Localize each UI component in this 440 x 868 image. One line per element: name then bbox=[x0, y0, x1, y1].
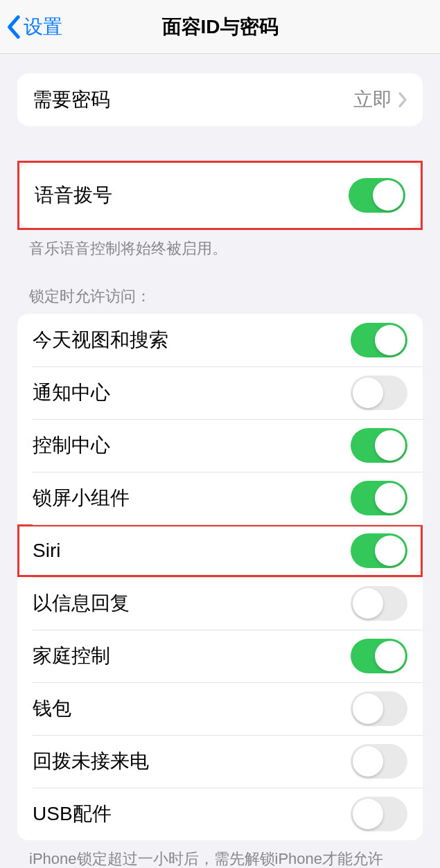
lock-access-row--: 家庭控制 bbox=[17, 630, 423, 682]
lock-access-toggle--[interactable] bbox=[351, 639, 407, 673]
lock-access-row--: 钱包 bbox=[17, 682, 423, 735]
lock-access-toggle--[interactable] bbox=[351, 481, 407, 515]
voice-dial-highlight: 语音拨号 bbox=[17, 161, 423, 230]
lock-access-toggle--[interactable] bbox=[351, 586, 407, 621]
lock-access-toggle--[interactable] bbox=[351, 744, 407, 779]
lock-access-row--: 回拨未接来电 bbox=[17, 735, 423, 788]
lock-access-toggle--[interactable] bbox=[351, 428, 407, 463]
toggle-knob bbox=[375, 535, 405, 566]
lock-access-label: 以信息回复 bbox=[33, 590, 130, 617]
toggle-knob bbox=[353, 693, 383, 724]
voice-dial-label: 语音拨号 bbox=[35, 182, 112, 209]
toggle-knob bbox=[353, 378, 383, 408]
toggle-knob bbox=[375, 641, 405, 671]
content: 需要密码 立即 语音拨号 音乐语音控制将始终被启用。 锁定时允许访问： 今天视图… bbox=[0, 73, 440, 868]
chevron-right-icon bbox=[398, 91, 407, 108]
lock-access-label: 通知中心 bbox=[33, 380, 110, 406]
toggle-knob bbox=[353, 588, 383, 619]
require-passcode-row[interactable]: 需要密码 立即 bbox=[17, 73, 423, 126]
page-title: 面容ID与密码 bbox=[0, 14, 440, 40]
lock-access-label: 钱包 bbox=[33, 696, 71, 722]
lock-access-label: 今天视图和搜索 bbox=[33, 327, 168, 353]
require-passcode-label: 需要密码 bbox=[33, 87, 110, 113]
toggle-knob bbox=[353, 746, 383, 777]
lock-access-toggle-siri[interactable] bbox=[351, 533, 407, 568]
lock-access-row--: 以信息回复 bbox=[17, 577, 423, 630]
back-label: 设置 bbox=[24, 14, 62, 40]
chevron-left-icon bbox=[6, 15, 21, 39]
lock-access-row--: 通知中心 bbox=[17, 366, 423, 419]
lock-access-label: 回拨未接来电 bbox=[33, 748, 149, 774]
lock-access-header: 锁定时允许访问： bbox=[0, 286, 440, 314]
lock-access-label: 锁屏小组件 bbox=[33, 485, 130, 511]
toggle-knob bbox=[353, 799, 383, 829]
lock-access-row-usb-: USB配件 bbox=[17, 788, 423, 840]
voice-dial-footer: 音乐语音控制将始终被启用。 bbox=[0, 230, 440, 260]
voice-dial-row: 语音拨号 bbox=[19, 163, 421, 228]
lock-access-row--: 今天视图和搜索 bbox=[17, 314, 423, 366]
lock-access-label: Siri bbox=[33, 540, 60, 562]
lock-access-toggle--[interactable] bbox=[351, 323, 407, 357]
toggle-knob bbox=[373, 180, 403, 211]
lock-access-row--: 控制中心 bbox=[17, 419, 423, 472]
nav-bar: 设置 面容ID与密码 bbox=[0, 0, 440, 54]
lock-access-label: USB配件 bbox=[33, 801, 112, 827]
lock-access-row--: 锁屏小组件 bbox=[17, 472, 423, 524]
lock-access-row-siri: Siri bbox=[17, 524, 423, 577]
lock-access-label: 控制中心 bbox=[33, 432, 110, 459]
back-button[interactable]: 设置 bbox=[0, 14, 62, 40]
lock-access-toggle-usb-[interactable] bbox=[351, 797, 407, 831]
require-passcode-value: 立即 bbox=[353, 87, 392, 113]
lock-access-list: 今天视图和搜索通知中心控制中心锁屏小组件Siri以信息回复家庭控制钱包回拨未接来… bbox=[17, 314, 423, 840]
lock-access-toggle--[interactable] bbox=[351, 691, 407, 726]
lock-access-label: 家庭控制 bbox=[33, 643, 110, 669]
toggle-knob bbox=[375, 325, 405, 355]
toggle-knob bbox=[375, 483, 405, 513]
lock-access-toggle--[interactable] bbox=[351, 375, 407, 410]
voice-dial-toggle[interactable] bbox=[349, 178, 405, 213]
lock-access-footer: iPhone锁定超过一小时后，需先解锁iPhone才能允许USB配件连接。 bbox=[0, 840, 440, 868]
toggle-knob bbox=[375, 430, 405, 461]
